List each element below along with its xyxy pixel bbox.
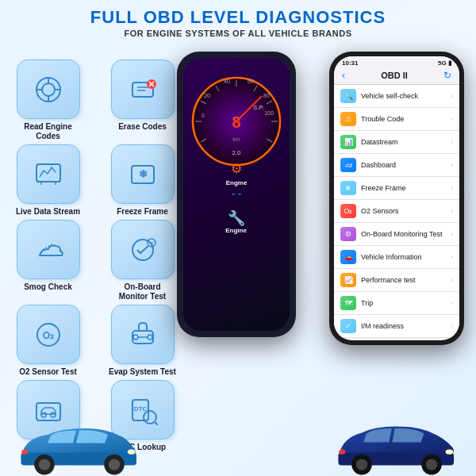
svg-point-62 xyxy=(109,459,120,470)
app-menu-item-label: Dashboard xyxy=(361,161,451,169)
app-menu-item-arrow: › xyxy=(451,184,453,192)
icon-box-read-engine xyxy=(17,60,80,119)
main-container: FULL OBD LEVEL DIAGNOSTICS FOR ENGINE SY… xyxy=(0,0,476,476)
app-menu-item-icon: ✓ xyxy=(340,319,356,333)
icon-label-freeze-frame: Freeze Frame xyxy=(117,207,167,217)
app-menu-list: 🔍Vehicle self-check›⚠Trouble Code›📊Datas… xyxy=(334,85,459,338)
icon-item-read-engine[interactable]: Read Engine Codes xyxy=(4,60,92,141)
app-phone-outer: 10:31 5G ▮ ‹ OBD II ↻ 🔍Vehicle self-chec… xyxy=(329,52,464,345)
main-title: FULL OBD LEVEL DIAGNOSTICS xyxy=(8,8,468,27)
svg-point-70 xyxy=(446,449,454,454)
app-menu-item-arrow: › xyxy=(451,276,453,284)
svg-text:60: 60 xyxy=(248,79,254,84)
app-menu-item-label: O2 Sensors xyxy=(361,207,451,215)
app-menu-item-arrow: › xyxy=(451,322,453,330)
svg-point-67 xyxy=(356,459,367,470)
svg-text:⌄⌄: ⌄⌄ xyxy=(230,188,243,197)
app-menu-item[interactable]: ❄Freeze Frame› xyxy=(334,177,459,200)
refresh-button[interactable]: ↻ xyxy=(443,70,451,81)
app-phone-screen: 10:31 5G ▮ ‹ OBD II ↻ 🔍Vehicle self-chec… xyxy=(334,56,459,340)
gauge-area: 0 20 40 60 80 100 8 S.P. km xyxy=(183,58,290,208)
svg-text:100: 100 xyxy=(264,110,274,116)
header-section: FULL OBD LEVEL DIAGNOSTICS FOR ENGINE SY… xyxy=(0,0,476,41)
icon-item-o2-sensor[interactable]: O₂O2 Sensor Test xyxy=(4,305,92,377)
svg-text:2.0: 2.0 xyxy=(232,149,241,156)
app-menu-item-icon: 🔍 xyxy=(340,89,356,103)
icon-box-smog-check xyxy=(17,220,80,279)
svg-text:S.P.: S.P. xyxy=(252,104,263,111)
icon-item-live-data[interactable]: Live Data Stream xyxy=(4,144,92,217)
svg-text:8: 8 xyxy=(232,113,240,131)
app-menu-item[interactable]: 🚗Vehicle Information› xyxy=(334,246,459,269)
svg-text:Engine: Engine xyxy=(225,179,247,186)
app-menu-item[interactable]: 🗺Trip› xyxy=(334,292,459,315)
phone-screen: 0 20 40 60 80 100 8 S.P. km xyxy=(183,58,290,331)
app-menu-item-icon: 🗺 xyxy=(340,296,356,310)
app-menu-item[interactable]: O₂O2 Sensors› xyxy=(334,200,459,223)
svg-text:❄: ❄ xyxy=(138,168,147,180)
app-menu-item-icon: ⚠ xyxy=(340,112,356,126)
svg-point-60 xyxy=(39,459,50,470)
app-menu-item-icon: 🚗 xyxy=(340,250,356,264)
nav-title: OBD II xyxy=(381,71,408,80)
gauge-phone: 0 20 40 60 80 100 8 S.P. km xyxy=(171,52,301,353)
svg-point-1 xyxy=(42,83,55,96)
nav-bar: ‹ OBD II ↻ xyxy=(334,68,459,85)
app-menu-item-icon: ⚙ xyxy=(340,227,356,241)
icon-item-smog-check[interactable]: Smog Check xyxy=(4,220,92,301)
app-menu-item[interactable]: 🔍Vehicle self-check› xyxy=(334,85,459,108)
svg-text:80: 80 xyxy=(263,93,270,98)
app-phone: 10:31 5G ▮ ‹ OBD II ↻ 🔍Vehicle self-chec… xyxy=(329,52,468,345)
svg-text:km: km xyxy=(232,136,240,142)
app-menu-item-arrow: › xyxy=(451,115,453,123)
status-bar: 10:31 5G ▮ xyxy=(334,56,459,68)
status-signal: 5G ▮ xyxy=(438,60,451,67)
car-left xyxy=(16,413,143,476)
icon-box-freeze-frame: ❄ xyxy=(111,144,175,204)
app-menu-item[interactable]: ⚙On-Board Monitoring Test› xyxy=(334,223,459,246)
icon-label-live-data: Live Data Stream xyxy=(16,207,80,217)
app-menu-item-label: Datastream xyxy=(361,138,451,146)
icon-label-read-engine: Read Engine Codes xyxy=(14,122,82,141)
app-menu-item-label: Trip xyxy=(361,299,451,307)
icon-box-onboard-monitor: ≡ xyxy=(111,220,175,279)
svg-text:0: 0 xyxy=(202,113,205,118)
svg-point-64 xyxy=(21,449,28,454)
app-menu-item-icon: O₂ xyxy=(340,204,356,218)
app-menu-item-arrow: › xyxy=(451,253,453,261)
svg-text:O₂: O₂ xyxy=(42,330,53,341)
icon-box-erase-codes xyxy=(111,60,175,119)
app-menu-item-arrow: › xyxy=(451,161,453,169)
app-menu-item-icon: 📈 xyxy=(340,273,356,287)
svg-point-63 xyxy=(128,449,136,454)
app-menu-item[interactable]: 📈Performance test› xyxy=(334,269,459,292)
car-right xyxy=(333,413,460,476)
app-menu-item-arrow: › xyxy=(451,230,453,238)
app-menu-item-icon: ❄ xyxy=(340,181,356,195)
app-menu-item-label: Vehicle self-check xyxy=(361,92,451,100)
back-button[interactable]: ‹ xyxy=(342,70,345,81)
svg-text:≡: ≡ xyxy=(149,240,152,246)
app-menu-item[interactable]: ⚠Trouble Code› xyxy=(334,108,459,131)
phone-outer: 0 20 40 60 80 100 8 S.P. km xyxy=(177,52,296,337)
svg-text:40: 40 xyxy=(224,79,230,84)
app-menu-item[interactable]: ✓I/M readiness› xyxy=(334,315,459,338)
app-menu-item-label: Vehicle Information xyxy=(361,253,451,261)
app-menu-item-arrow: › xyxy=(451,207,453,215)
app-menu-item-label: Trouble Code xyxy=(361,115,451,123)
app-menu-item-label: On-Board Monitoring Test xyxy=(361,230,451,238)
app-menu-item-icon: 📊 xyxy=(340,135,356,149)
icon-box-o2-sensor: O₂ xyxy=(17,305,80,364)
app-menu-item[interactable]: 🏎Dashboard› xyxy=(334,154,459,177)
app-menu-item-arrow: › xyxy=(451,138,453,146)
cars-section xyxy=(0,373,476,476)
icon-box-evap-system xyxy=(111,305,175,364)
app-menu-item-label: I/M readiness xyxy=(361,322,451,330)
app-menu-item[interactable]: 📊Datastream› xyxy=(334,131,459,154)
main-subtitle: FOR ENGINE SYSTEMS OF ALL VEHICLE BRANDS xyxy=(8,29,468,38)
svg-point-69 xyxy=(426,459,437,470)
svg-point-24 xyxy=(133,335,138,340)
icon-label-onboard-monitor: On-Board Monitor Test xyxy=(109,282,176,301)
status-time: 10:31 xyxy=(342,60,358,67)
svg-text:⚙: ⚙ xyxy=(231,162,242,175)
